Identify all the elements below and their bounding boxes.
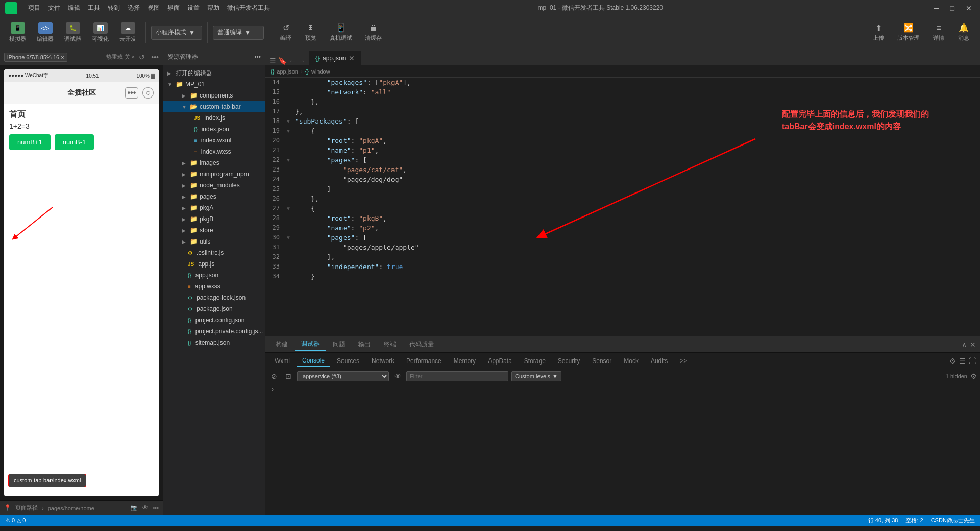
tab-security[interactable]: Security [553, 355, 585, 367]
compile-dropdown[interactable]: 普通编译 ▼ [213, 26, 264, 40]
menu-item-goto[interactable]: 转到 [108, 4, 120, 12]
menu-item-help[interactable]: 帮助 [207, 4, 219, 12]
tab-forward-icon[interactable]: → [298, 57, 305, 65]
console-filter-input[interactable] [406, 371, 508, 381]
file-store[interactable]: ▶ 📁 store [163, 225, 265, 236]
file-node-modules[interactable]: ▶ 📁 node_modules [163, 180, 265, 191]
file-project-config[interactable]: {} project.config.json [163, 315, 265, 326]
tab-network[interactable]: Network [366, 355, 399, 367]
menu-item-settings[interactable]: 设置 [187, 4, 200, 12]
tab-audits[interactable]: Audits [646, 355, 673, 367]
tab-debugger[interactable]: 调试器 [295, 337, 326, 351]
messages-button[interactable]: 🔔 消息 [952, 21, 975, 44]
nav-circle-icon[interactable]: ○ [142, 87, 154, 99]
tab-back-icon[interactable]: ← [289, 57, 296, 65]
tab-performance[interactable]: Performance [401, 355, 447, 367]
file-package-lock[interactable]: ⚙ package-lock.json [163, 292, 265, 303]
tab-sources[interactable]: Sources [332, 355, 364, 367]
file-app-wxss[interactable]: ≡ app.wxss [163, 281, 265, 292]
real-device-button[interactable]: 📱 真机调试 [325, 21, 357, 44]
file-index-json[interactable]: {} index.json [163, 124, 265, 135]
fold-button[interactable]: ▼ [286, 155, 293, 165]
tab-console[interactable]: Console [297, 355, 330, 367]
menu-item-tools[interactable]: 工具 [88, 4, 100, 12]
upload-button[interactable]: ⬆ 上传 [867, 21, 890, 44]
file-index-wxss[interactable]: ≡ index.wxss [163, 146, 265, 157]
debugger-button[interactable]: 🐛 调试器 [60, 20, 85, 45]
console-prompt-icon[interactable]: › [270, 385, 276, 394]
tab-appdata[interactable]: AppData [483, 355, 517, 367]
file-utils[interactable]: ▶ 📁 utils [163, 236, 265, 247]
mode-dropdown[interactable]: 小程序模式 ▼ [151, 26, 202, 40]
more-icon[interactable]: ••• [153, 504, 159, 511]
menu-item-view[interactable]: 视图 [148, 4, 160, 12]
file-custom-tab-bar[interactable]: ▼ 📂 custom-tab-bar [163, 101, 265, 112]
details-button[interactable]: ≡ 详情 [927, 21, 950, 44]
fold-button[interactable]: ▼ [286, 233, 293, 243]
file-components[interactable]: ▶ 📁 components [163, 90, 265, 101]
editor-button[interactable]: </> 编辑器 [33, 20, 58, 45]
close-button[interactable]: ✕ [963, 3, 975, 13]
photo-icon[interactable]: 📷 [131, 504, 138, 511]
phone-more-icon[interactable]: ••• [151, 53, 159, 61]
fold-button[interactable]: ▼ [286, 126, 293, 136]
file-package-json[interactable]: ⚙ package.json [163, 303, 265, 315]
file-app-json[interactable]: {} app.json [163, 270, 265, 281]
menu-item-edit[interactable]: 编辑 [68, 4, 80, 12]
preview-button[interactable]: 👁 预览 [300, 21, 322, 44]
devtools-gear-icon[interactable]: ⚙ [949, 357, 956, 365]
custom-levels-button[interactable]: Custom levels ▼ [511, 371, 561, 381]
tab-memory[interactable]: Memory [449, 355, 481, 367]
console-filter-icon[interactable]: ⊡ [283, 371, 294, 382]
tab-bookmark-icon[interactable]: 🔖 [278, 57, 287, 65]
menu-item-project[interactable]: 项目 [28, 4, 40, 12]
menu-item-wechat[interactable]: 微信开发者工具 [227, 4, 270, 12]
version-mgmt-button[interactable]: 🔀 版本管理 [892, 21, 925, 44]
menu-item-file[interactable]: 文件 [48, 4, 60, 12]
tab-build[interactable]: 构建 [270, 338, 294, 351]
devtools-expand-icon[interactable]: ⛶ [969, 357, 976, 365]
tab-terminal[interactable]: 终端 [378, 338, 402, 351]
eye-icon[interactable]: 👁 [142, 504, 148, 511]
hot-reload-label[interactable]: 热重载 关 × [106, 53, 135, 61]
console-clear-icon[interactable]: ⊘ [268, 371, 280, 382]
tab-code-quality[interactable]: 代码质量 [403, 338, 440, 351]
file-images[interactable]: ▶ 📁 images [163, 157, 265, 168]
file-index-js[interactable]: JS index.js [163, 112, 265, 124]
tab-wxml[interactable]: Wxml [270, 355, 295, 367]
file-pkgA[interactable]: ▶ 📁 pkgA [163, 202, 265, 213]
maximize-button[interactable]: □ [947, 3, 958, 13]
project-root[interactable]: ▼ 📁 MP_01 [163, 79, 265, 90]
tab-list-icon[interactable]: ☰ [270, 57, 276, 65]
tab-sensor[interactable]: Sensor [587, 355, 617, 367]
eye-toggle-icon[interactable]: 👁 [392, 371, 403, 382]
file-pages[interactable]: ▶ 📁 pages [163, 191, 265, 202]
fold-button[interactable]: ▼ [286, 116, 293, 126]
menu-item-interface[interactable]: 界面 [167, 4, 180, 12]
file-pkgB[interactable]: ▶ 📁 pkgB [163, 213, 265, 225]
tab-storage[interactable]: Storage [519, 355, 551, 367]
file-index-wxml[interactable]: ≡ index.wxml [163, 135, 265, 146]
simulator-button[interactable]: 📱 模拟器 [5, 20, 30, 45]
tab-app-json[interactable]: {} app.json ✕ [309, 51, 361, 65]
file-project-private[interactable]: {} project.private.config.js... [163, 326, 265, 337]
menu-item-select[interactable]: 选择 [128, 4, 140, 12]
file-eslintrc[interactable]: ⚙ .eslintrc.js [163, 247, 265, 258]
breadcrumb-section[interactable]: window [311, 68, 330, 75]
console-settings-icon[interactable]: ⚙ [970, 372, 977, 380]
tab-issues[interactable]: 问题 [327, 338, 351, 351]
tab-output[interactable]: 输出 [352, 338, 377, 351]
phone-refresh-icon[interactable]: ↺ [139, 53, 145, 61]
open-editors-section[interactable]: ▶ 打开的编辑器 [163, 67, 265, 79]
devtools-list-icon[interactable]: ☰ [959, 357, 966, 365]
file-sitemap[interactable]: {} sitemap.json [163, 337, 265, 348]
fold-button[interactable]: ▼ [286, 204, 293, 213]
appservice-selector[interactable]: appservice (#3) [297, 371, 389, 381]
compile-button[interactable]: ↺ 编译 [275, 21, 297, 44]
device-selector[interactable]: iPhone 6/7/8 85% 16 × [4, 53, 67, 62]
visualize-button[interactable]: 📊 可视化 [88, 20, 113, 45]
cloud-button[interactable]: ☁ 云开发 [115, 20, 140, 45]
minimize-button[interactable]: ─ [931, 3, 942, 13]
clear-cache-button[interactable]: 🗑 清缓存 [360, 21, 387, 44]
file-miniprogram-npm[interactable]: ▶ 📁 miniprogram_npm [163, 168, 265, 180]
